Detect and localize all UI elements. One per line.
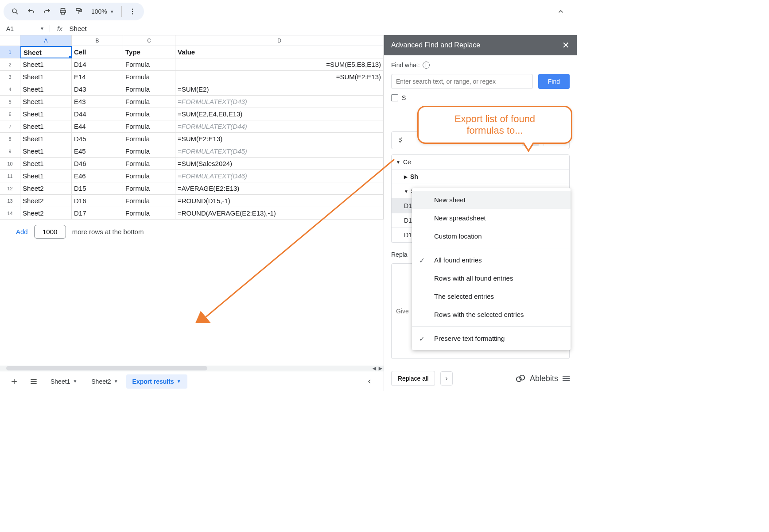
cell[interactable]: Formula — [123, 96, 175, 108]
cell[interactable]: Sheet2 — [20, 195, 72, 207]
row-header[interactable]: 4 — [0, 83, 20, 96]
cell[interactable]: E44 — [72, 120, 123, 133]
col-header-B[interactable]: B — [72, 35, 123, 46]
cell[interactable]: D43 — [72, 83, 123, 96]
replace-all-button[interactable]: Replace all — [391, 371, 435, 386]
cell[interactable]: =FORMULATEXT(D43) — [175, 96, 384, 108]
row-header[interactable]: 14 — [0, 207, 20, 220]
cell[interactable]: Sheet1 — [20, 133, 72, 145]
cell[interactable]: Sheet1 — [20, 58, 72, 71]
find-button[interactable]: Find — [538, 74, 570, 89]
cell[interactable]: Formula — [123, 71, 175, 83]
cell[interactable]: =SUM(E2) — [175, 83, 384, 96]
cell[interactable]: Sheet1 — [20, 145, 72, 158]
scroll-right-icon[interactable]: ► — [377, 365, 384, 371]
row-header[interactable]: 2 — [0, 58, 20, 71]
cell[interactable]: =SUM(Sales2024) — [175, 158, 384, 170]
row-header[interactable]: 11 — [0, 170, 20, 182]
cell[interactable]: =FORMULATEXT(D44) — [175, 120, 384, 133]
checkbox-icon[interactable] — [391, 94, 398, 101]
col-header-C[interactable]: C — [123, 35, 175, 46]
cell[interactable]: Formula — [123, 195, 175, 207]
tab-sheet2[interactable]: Sheet2▼ — [85, 374, 124, 389]
scroll-left-icon[interactable]: ◄ — [371, 365, 377, 371]
tab-scroll-left-icon[interactable] — [361, 373, 378, 390]
cell[interactable]: =FORMULATEXT(D46) — [175, 170, 384, 182]
undo-icon[interactable] — [24, 4, 38, 19]
search-within-row[interactable]: S — [391, 94, 570, 101]
menu-item[interactable]: Custom location — [412, 227, 571, 245]
cell[interactable]: Formula — [123, 145, 175, 158]
cell[interactable]: E45 — [72, 145, 123, 158]
cell[interactable]: Type — [123, 46, 175, 58]
print-icon[interactable] — [56, 4, 70, 19]
cell[interactable]: D16 — [72, 195, 123, 207]
menu-item[interactable]: ✓Preserve text formatting — [412, 329, 571, 347]
cell[interactable]: Formula — [123, 133, 175, 145]
cell[interactable]: Value — [175, 46, 384, 58]
cell[interactable]: =AVERAGE(E2:E13) — [175, 182, 384, 195]
menu-item[interactable]: Rows with the selected entries — [412, 305, 571, 324]
paint-format-icon[interactable] — [72, 4, 86, 19]
cell[interactable]: Sheet2 — [20, 207, 72, 220]
tab-export-results[interactable]: Export results▼ — [126, 374, 187, 389]
cell[interactable]: Sheet1 — [20, 71, 72, 83]
cell[interactable]: =ROUND(D15,-1) — [175, 195, 384, 207]
cell[interactable]: Sheet1 — [20, 120, 72, 133]
all-sheets-button[interactable] — [25, 373, 43, 390]
cell[interactable]: Sheet1 — [20, 108, 72, 120]
cell[interactable]: Cell — [72, 46, 123, 58]
info-icon[interactable]: i — [423, 62, 430, 69]
zoom-selector[interactable]: 100%▼ — [88, 8, 118, 15]
cell[interactable]: Formula — [123, 108, 175, 120]
select-all-corner[interactable] — [0, 35, 20, 46]
col-header-A[interactable]: A — [20, 35, 72, 46]
row-header[interactable]: 1 — [0, 46, 20, 58]
cell[interactable]: =FORMULATEXT(D45) — [175, 145, 384, 158]
cell[interactable]: Sheet1 — [20, 158, 72, 170]
row-header[interactable]: 3 — [0, 71, 20, 83]
cell[interactable]: Formula — [123, 83, 175, 96]
cell[interactable]: =SUM(E2:E13) — [175, 71, 384, 83]
row-header[interactable]: 13 — [0, 195, 20, 207]
cell[interactable]: =SUM(E5,E8,E13) — [175, 58, 384, 71]
row-header[interactable]: 9 — [0, 145, 20, 158]
add-rows-input[interactable] — [34, 225, 66, 239]
cell[interactable]: D17 — [72, 207, 123, 220]
tree-root[interactable]: ▼Ce — [392, 155, 569, 170]
cell[interactable]: Formula — [123, 207, 175, 220]
menu-item[interactable]: New spreadsheet — [412, 209, 571, 227]
row-header[interactable]: 12 — [0, 182, 20, 195]
col-header-D[interactable]: D — [175, 35, 384, 46]
row-header[interactable]: 6 — [0, 108, 20, 120]
cell[interactable]: E46 — [72, 170, 123, 182]
cell[interactable]: Sheet1 — [20, 170, 72, 182]
cell[interactable]: D46 — [72, 158, 123, 170]
cell[interactable]: Sheet2 — [20, 182, 72, 195]
cell[interactable]: =SUM(E2,E4,E8,E13) — [175, 108, 384, 120]
select-all-icon[interactable] — [395, 135, 408, 146]
cell[interactable]: Formula — [123, 182, 175, 195]
add-rows-link[interactable]: Add — [16, 228, 28, 235]
row-header[interactable]: 5 — [0, 96, 20, 108]
tree-group[interactable]: ▶Sh — [392, 170, 569, 184]
cell[interactable]: Formula — [123, 158, 175, 170]
cell[interactable]: Sheet1 — [20, 96, 72, 108]
cell[interactable]: Formula — [123, 58, 175, 71]
cell[interactable]: E14 — [72, 71, 123, 83]
cell[interactable]: E43 — [72, 96, 123, 108]
redo-icon[interactable] — [40, 4, 54, 19]
cell[interactable]: Sheet — [20, 46, 72, 58]
collapse-toolbar-icon[interactable] — [553, 4, 569, 19]
horizontal-scrollbar[interactable]: ◄ ► — [0, 366, 384, 371]
tab-sheet1[interactable]: Sheet1▼ — [44, 374, 83, 389]
row-header[interactable]: 8 — [0, 133, 20, 145]
search-input[interactable] — [391, 74, 533, 89]
cell[interactable]: D45 — [72, 133, 123, 145]
more-icon[interactable] — [125, 4, 140, 19]
row-header[interactable]: 10 — [0, 158, 20, 170]
cell[interactable]: Formula — [123, 170, 175, 182]
search-icon[interactable] — [8, 4, 22, 19]
cell[interactable]: D44 — [72, 108, 123, 120]
next-result-button[interactable]: › — [440, 371, 452, 386]
